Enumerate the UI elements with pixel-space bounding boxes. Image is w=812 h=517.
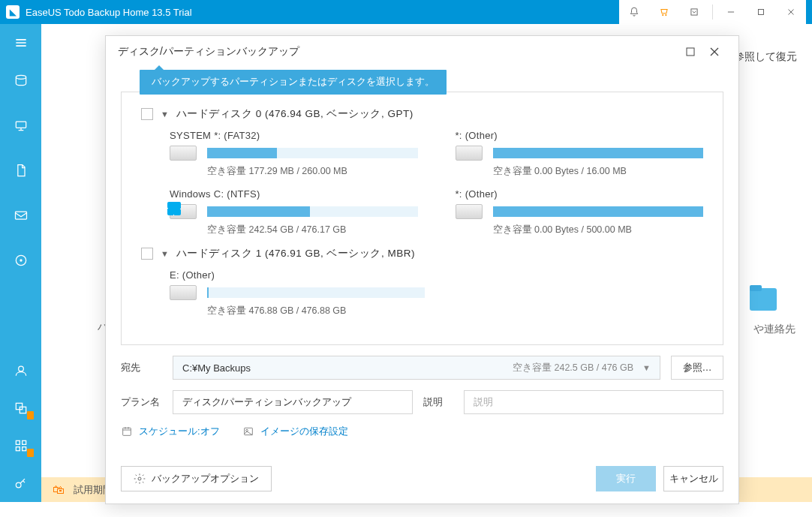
disk0-checkbox[interactable] xyxy=(141,108,153,120)
svg-rect-15 xyxy=(750,288,777,311)
desc-label: 説明 xyxy=(423,395,453,409)
destination-space: 空き容量 242.5 GB / 476 GB xyxy=(513,362,633,374)
menu-icon[interactable] xyxy=(679,0,709,24)
smart-backup-icon[interactable] xyxy=(0,242,41,279)
window-title: EaseUS Todo Backup Home 13.5 Trial xyxy=(26,7,619,18)
file-backup-icon[interactable] xyxy=(0,152,41,189)
backup-options-button[interactable]: バックアップオプション xyxy=(121,466,272,491)
minimize-button[interactable] xyxy=(716,0,746,24)
drive-icon xyxy=(456,146,483,161)
disk1-name: ハードディスク 1 (476.91 GB, ベーシック, MBR) xyxy=(176,247,415,260)
disk-backup-icon[interactable] xyxy=(0,62,41,99)
chevron-down-icon[interactable]: ▼ xyxy=(161,110,169,119)
svg-rect-10 xyxy=(16,440,20,444)
destination-label: 宛先 xyxy=(121,361,162,374)
sidebar xyxy=(0,24,41,502)
partition-system[interactable]: SYSTEM *: (FAT32) 空き容量 177.29 MB / 260.0… xyxy=(170,130,418,178)
account-icon[interactable] xyxy=(0,352,41,389)
key-icon[interactable] xyxy=(0,464,41,502)
desc-input[interactable]: 説明 xyxy=(464,390,723,414)
destination-field[interactable]: C:¥My Backups 空き容量 242.5 GB / 476 GB ▼ xyxy=(173,356,660,380)
disk-list: ▼ ハードディスク 0 (476.94 GB, ベーシック, GPT) SYST… xyxy=(121,92,723,345)
svg-point-7 xyxy=(18,366,23,371)
svg-rect-13 xyxy=(22,447,26,451)
bg-text-right: や連絡先 xyxy=(753,323,795,336)
tooltip: バックアップするパーティションまたはディスクを選択します。 xyxy=(140,70,447,95)
svg-point-2 xyxy=(16,75,26,79)
svg-rect-16 xyxy=(750,285,762,291)
cancel-button[interactable]: キャンセル xyxy=(663,466,723,491)
restore-label: 参照して復元 xyxy=(734,50,797,64)
chevron-down-icon[interactable]: ▼ xyxy=(161,249,169,258)
plan-name-input[interactable]: ディスク/パーティションバックアップ xyxy=(173,390,413,414)
system-backup-icon[interactable] xyxy=(0,107,41,144)
folder-icon xyxy=(748,281,778,314)
schedule-link[interactable]: スケジュール:オフ xyxy=(121,425,220,438)
run-button[interactable]: 実行 xyxy=(596,466,656,491)
hamburger-icon[interactable] xyxy=(0,24,41,62)
bag-icon: 🛍 xyxy=(53,483,65,497)
svg-rect-18 xyxy=(123,428,131,435)
svg-rect-9 xyxy=(20,407,26,413)
dialog-close-button[interactable] xyxy=(702,40,726,64)
titlebar: ◣ EaseUS Todo Backup Home 13.5 Trial xyxy=(0,0,812,24)
partition-windows-c[interactable]: Windows C: (NTFS) 空き容量 242.54 GB / 476.1… xyxy=(170,188,418,236)
mail-backup-icon[interactable] xyxy=(0,197,41,234)
image-settings-link[interactable]: イメージの保存設定 xyxy=(242,425,348,438)
app-logo-icon: ◣ xyxy=(6,5,20,19)
svg-rect-17 xyxy=(687,48,694,56)
maximize-button[interactable] xyxy=(746,0,776,24)
notification-icon[interactable] xyxy=(619,0,649,24)
svg-rect-11 xyxy=(22,440,26,444)
disk1-checkbox[interactable] xyxy=(141,248,153,260)
drive-icon xyxy=(170,146,197,161)
svg-point-6 xyxy=(20,259,22,261)
svg-point-14 xyxy=(16,482,21,488)
destination-path: C:¥My Backups xyxy=(182,362,513,374)
svg-rect-8 xyxy=(16,403,22,409)
cart-icon[interactable] xyxy=(649,0,679,24)
disk0-header[interactable]: ▼ ハードディスク 0 (476.94 GB, ベーシック, GPT) xyxy=(141,107,703,121)
clone-icon[interactable] xyxy=(0,389,41,427)
svg-rect-3 xyxy=(16,122,26,128)
disk1-header[interactable]: ▼ ハードディスク 1 (476.91 GB, ベーシック, MBR) xyxy=(141,247,703,260)
partition-other2[interactable]: *: (Other) 空き容量 0.00 Bytes / 500.00 MB xyxy=(456,188,704,236)
partition-other1[interactable]: *: (Other) 空き容量 0.00 Bytes / 16.00 MB xyxy=(456,130,704,178)
svg-rect-1 xyxy=(759,10,764,15)
svg-rect-0 xyxy=(691,9,697,15)
content-area: 参照して復元 ハー や連絡先 🛍 試用期間は残り 30 日です。 🏷ライセンス認… xyxy=(41,24,812,502)
svg-rect-12 xyxy=(16,447,20,451)
dialog-maximize-button[interactable] xyxy=(678,40,702,64)
drive-icon xyxy=(170,285,197,300)
dropdown-icon[interactable]: ▼ xyxy=(642,363,651,372)
disk0-name: ハードディスク 0 (476.94 GB, ベーシック, GPT) xyxy=(176,107,414,121)
plan-label: プラン名 xyxy=(121,395,162,409)
close-button[interactable] xyxy=(776,0,806,24)
svg-point-21 xyxy=(138,477,141,480)
drive-icon xyxy=(456,204,483,219)
windows-drive-icon xyxy=(170,204,197,219)
svg-rect-4 xyxy=(15,212,26,219)
partition-e[interactable]: E: (Other) 空き容量 476.88 GB / 476.88 GB xyxy=(170,269,425,317)
tools-icon[interactable] xyxy=(0,427,41,464)
dialog-title: ディスク/パーティションバックアップ xyxy=(118,45,678,59)
backup-dialog: ディスク/パーティションバックアップ バックアップするパーティションまたはディス… xyxy=(105,35,739,504)
browse-button[interactable]: 参照… xyxy=(671,356,723,380)
